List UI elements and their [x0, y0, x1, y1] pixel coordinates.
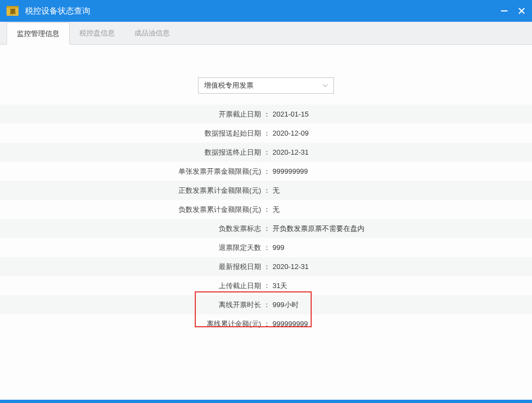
tab-monitor-info[interactable]: 监控管理信息	[7, 22, 70, 45]
field-list: 开票截止日期：2021-01-15 数据报送起始日期：2020-12-09 数据…	[0, 105, 532, 333]
window-controls	[499, 6, 527, 16]
field-row: 负数发票标志：开负数发票原票不需要在盘内	[0, 219, 532, 238]
field-row: 正数发票累计金额限额(元)：无	[0, 181, 532, 200]
footer-bar	[0, 400, 532, 403]
field-row: 数据报送终止日期：2020-12-31	[0, 143, 532, 162]
field-value: 2020-12-31	[273, 262, 309, 271]
tab-label: 税控盘信息	[79, 28, 115, 38]
field-row: 开票截止日期：2021-01-15	[0, 105, 532, 124]
field-label: 开票截止日期	[0, 109, 261, 119]
select-value: 增值税专用发票	[204, 81, 253, 90]
field-row: 上传截止日期：31天	[0, 276, 532, 295]
field-value: 999999999	[273, 167, 308, 175]
tab-label: 成品油信息	[134, 28, 170, 38]
chevron-down-icon	[323, 82, 328, 90]
invoice-type-select[interactable]: 增值税专用发票	[198, 77, 334, 94]
field-value: 31天	[273, 281, 287, 291]
field-value: 2020-12-09	[273, 129, 309, 137]
field-label: 数据报送终止日期	[0, 148, 261, 157]
minimize-button[interactable]	[499, 6, 509, 16]
field-row: 数据报送起始日期：2020-12-09	[0, 124, 532, 143]
field-value: 2020-12-31	[273, 148, 309, 156]
field-row: 离线累计金额(元)：999999999	[0, 314, 532, 333]
field-row: 负数发票累计金额限额(元)：无	[0, 200, 532, 219]
svg-rect-1	[7, 6, 18, 8]
select-row: 增值税专用发票	[0, 77, 532, 94]
field-value: 2021-01-15	[273, 110, 309, 118]
window-title: 税控设备状态查询	[25, 6, 499, 16]
field-row: 最新报税日期：2020-12-31	[0, 257, 532, 276]
field-value: 999	[273, 243, 284, 252]
tab-bar: 监控管理信息 税控盘信息 成品油信息	[0, 22, 532, 45]
close-button[interactable]	[517, 6, 527, 16]
field-value: 开负数发票原票不需要在盘内	[273, 224, 364, 234]
field-label: 离线开票时长	[0, 300, 261, 310]
field-label: 退票限定天数	[0, 243, 261, 253]
titlebar: 票 税控设备状态查询	[0, 0, 532, 22]
field-value: 无	[273, 186, 280, 196]
field-label: 上传截止日期	[0, 281, 261, 291]
field-label: 正数发票累计金额限额(元)	[0, 186, 261, 196]
field-label: 负数发票标志	[0, 224, 261, 234]
content-area: 增值税专用发票 开票截止日期：2021-01-15 数据报送起始日期：2020-…	[0, 45, 532, 400]
field-label: 最新报税日期	[0, 262, 261, 272]
field-label: 负数发票累计金额限额(元)	[0, 205, 261, 215]
svg-text:票: 票	[9, 8, 16, 15]
field-value: 999小时	[273, 300, 299, 310]
field-label: 离线累计金额(元)	[0, 319, 261, 329]
field-label: 数据报送起始日期	[0, 129, 261, 138]
tab-oil-info[interactable]: 成品油信息	[125, 22, 180, 44]
field-value: 999999999	[273, 320, 308, 328]
field-value: 无	[273, 205, 280, 215]
field-row: 退票限定天数：999	[0, 238, 532, 257]
tab-tax-disk-info[interactable]: 税控盘信息	[70, 22, 125, 44]
app-logo-icon: 票	[5, 4, 20, 18]
field-row: 离线开票时长：999小时	[0, 295, 532, 314]
app-window: 票 税控设备状态查询 监控管理信息 税控盘信息 成品油信息 增值税专用发票	[0, 0, 532, 403]
field-row: 单张发票开票金额限额(元)：999999999	[0, 162, 532, 181]
field-label: 单张发票开票金额限额(元)	[0, 167, 261, 176]
tab-label: 监控管理信息	[17, 29, 59, 39]
